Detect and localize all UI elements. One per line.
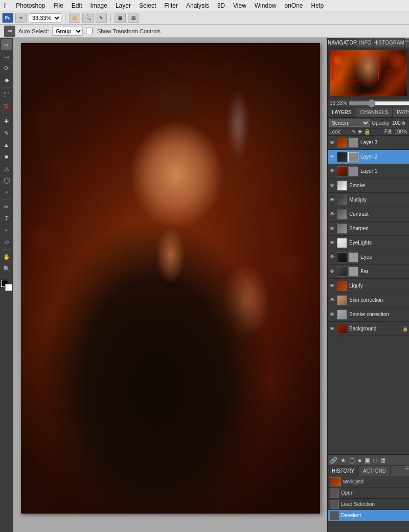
move-tool-icon[interactable]: ⇨ (15, 13, 27, 23)
layer-row[interactable]: 👁 Multiply (328, 193, 409, 207)
stamp-tool[interactable]: ▲ (1, 139, 12, 150)
new-group-icon[interactable]: ▣ (365, 457, 370, 464)
selection-tool[interactable]: ▭ (1, 51, 12, 62)
arrange-icon[interactable]: ▤ (128, 13, 139, 23)
zoom-tool[interactable]: 🔍 (1, 263, 12, 274)
add-mask-icon[interactable]: ▢ (349, 457, 355, 464)
brush-tool-icon[interactable]: ✎ (96, 13, 107, 23)
menu-3d[interactable]: 3D (213, 2, 229, 9)
lock-pixel-icon[interactable]: ◾ (344, 129, 350, 135)
history-row[interactable]: Deselect (328, 510, 409, 521)
quick-select-tool[interactable]: ◆ (1, 74, 12, 85)
view-icon[interactable]: ▦ (115, 13, 126, 23)
layer-visibility-icon[interactable]: 👁 (329, 254, 336, 260)
auto-select-dropdown[interactable]: Group Layer (52, 27, 83, 36)
zoom-slider[interactable] (349, 101, 409, 106)
menu-file[interactable]: File (50, 2, 67, 9)
layer-row[interactable]: 👁 Sharpen (328, 221, 409, 236)
layer-visibility-icon[interactable]: 👁 (329, 154, 336, 160)
new-layer-icon[interactable]: □ (373, 457, 377, 464)
blur-tool[interactable]: ◯ (1, 174, 12, 186)
menu-image[interactable]: Image (86, 2, 111, 9)
layer-row[interactable]: 👁 Layer 3 (328, 136, 409, 150)
history-row[interactable]: Load Selection (328, 499, 409, 510)
delete-layer-icon[interactable]: 🗑 (380, 457, 387, 464)
healing-tool[interactable]: ✚ (1, 116, 12, 127)
menu-analysis[interactable]: Analysis (182, 2, 213, 9)
tab-histogram[interactable]: HISTOGRAM (374, 38, 405, 48)
layer-visibility-icon[interactable]: 👁 (329, 297, 336, 303)
menu-select[interactable]: Select (135, 2, 160, 9)
tab-info[interactable]: INFO (357, 38, 373, 48)
layer-row[interactable]: 👁 Layer 1 (328, 164, 409, 179)
menu-help[interactable]: Help (307, 2, 328, 9)
lock-paint-icon[interactable]: ✎ (352, 129, 356, 135)
layer-row[interactable]: 👁 Liqufy (328, 279, 409, 293)
tab-paths[interactable]: PATHS (393, 107, 409, 117)
menu-filter[interactable]: Filter (160, 2, 182, 9)
layer-visibility-icon[interactable]: 👁 (329, 226, 336, 231)
hand-tool[interactable]: ✋ (1, 251, 12, 262)
layer-row[interactable]: 👁 Layer 2 (328, 150, 409, 164)
add-style-icon[interactable]: ★ (340, 457, 346, 464)
pen-tool[interactable]: ✏ (1, 201, 12, 212)
lock-position-icon[interactable]: ✚ (358, 129, 362, 135)
layer-row[interactable]: 👁 Background 🔒 (328, 322, 409, 336)
dodge-tool[interactable]: ○ (1, 186, 12, 197)
type-tool[interactable]: T (1, 213, 12, 224)
shape-tool[interactable]: ▱ (1, 236, 12, 248)
tab-layers[interactable]: LAYERS (328, 107, 356, 117)
history-row[interactable]: Open (328, 487, 409, 499)
layer-row[interactable]: 👁 Contrast (328, 207, 409, 221)
menu-layer[interactable]: Layer (111, 2, 135, 9)
layer-visibility-icon[interactable]: 👁 (329, 312, 336, 317)
layer-row[interactable]: 👁 Ear (328, 264, 409, 279)
layer-row[interactable]: 👁 Smoke correction (328, 307, 409, 322)
new-adjustment-icon[interactable]: ● (358, 457, 361, 464)
background-color[interactable] (5, 284, 12, 291)
layer-visibility-icon[interactable]: 👁 (329, 240, 336, 246)
menu-view[interactable]: View (229, 2, 251, 9)
zoom-tool-icon[interactable]: 🔍 (82, 13, 94, 23)
color-swatches[interactable] (1, 280, 12, 291)
move-tool-btn[interactable]: ⇨ (4, 26, 15, 37)
crop-tool[interactable]: ⛶ (1, 89, 12, 100)
tab-actions[interactable]: ACTIONS (359, 466, 390, 476)
show-transform-checkbox[interactable] (86, 28, 93, 34)
path-tool[interactable]: ▪ (1, 225, 12, 236)
eyedropper-tool[interactable]: 🍒 (1, 101, 12, 112)
layer-visibility-icon[interactable]: 👁 (329, 326, 336, 331)
gradient-tool[interactable]: △ (1, 163, 12, 174)
layer-visibility-icon[interactable]: 👁 (329, 183, 336, 188)
tab-channels[interactable]: CHANNELS (356, 107, 393, 117)
lasso-tool[interactable]: ⟳ (1, 62, 12, 74)
blend-mode-dropdown[interactable]: Screen Normal Multiply Overlay (329, 119, 370, 127)
history-row[interactable]: work.psd (328, 476, 409, 487)
zoom-dropdown[interactable]: 33,33% 50% 100% (29, 13, 61, 23)
brush-tool[interactable]: ✎ (1, 127, 12, 139)
link-layers-icon[interactable]: 🔗 (330, 457, 337, 464)
lock-all-icon[interactable]: 🔒 (364, 129, 370, 135)
layer-row[interactable]: 👁 Eyes (328, 250, 409, 264)
layer-visibility-icon[interactable]: 👁 (329, 269, 336, 274)
layer-row[interactable]: 👁 Smoke (328, 179, 409, 193)
nav-expand-icon[interactable]: ☰ (405, 38, 409, 48)
menu-edit[interactable]: Edit (67, 2, 86, 9)
layer-row[interactable]: 👁 Skin correction (328, 293, 409, 307)
layer-visibility-icon[interactable]: 👁 (329, 283, 336, 289)
canvas-image (21, 43, 320, 514)
layer-visibility-icon[interactable]: 👁 (329, 211, 336, 217)
layer-visibility-icon[interactable]: 👁 (329, 140, 336, 145)
history-expand-icon[interactable]: ☰ (405, 466, 409, 476)
tab-history[interactable]: HISTORY (328, 466, 359, 476)
layer-visibility-icon[interactable]: 👁 (329, 197, 336, 203)
tab-navigator[interactable]: NAVIGATOR (328, 38, 357, 48)
menu-onone[interactable]: onOne (280, 2, 307, 9)
layer-visibility-icon[interactable]: 👁 (329, 168, 336, 174)
menu-photoshop[interactable]: Photoshop (12, 2, 49, 9)
menu-window[interactable]: Window (251, 2, 281, 9)
layer-row[interactable]: 👁 EyeLights (328, 236, 409, 250)
move-tool[interactable]: ⇨ (1, 39, 12, 50)
eraser-tool[interactable]: ■ (1, 151, 12, 162)
hand-tool-icon[interactable]: ✍ (69, 13, 80, 23)
